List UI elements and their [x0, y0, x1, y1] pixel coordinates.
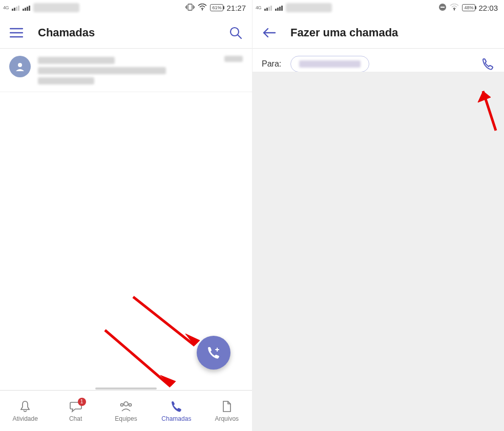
svg-point-11 — [18, 63, 22, 67]
avatar — [9, 56, 31, 77]
svg-marker-18 — [185, 334, 200, 346]
phone-left: 4G 61% 21:27 Chamadas — [0, 0, 252, 431]
nav-chat[interactable]: 1 Chat — [55, 400, 96, 422]
svg-marker-20 — [160, 375, 176, 386]
battery-icon: 61% — [210, 4, 223, 11]
svg-line-10 — [238, 35, 241, 38]
signal-icon — [264, 5, 272, 11]
blur-line — [38, 77, 94, 84]
status-right: 61% 21:27 — [185, 3, 246, 13]
dnd-icon — [438, 3, 447, 13]
call-body — [253, 72, 504, 431]
chip-blur — [299, 60, 361, 68]
svg-line-19 — [105, 330, 171, 386]
blur-line — [38, 57, 115, 64]
blur-time — [224, 56, 243, 62]
signal-icon-2 — [23, 5, 30, 11]
start-call-button[interactable] — [480, 57, 495, 71]
nav-label: Arquivos — [215, 415, 239, 422]
svg-line-17 — [133, 297, 195, 346]
svg-rect-0 — [188, 4, 192, 10]
page-title: Chamadas — [38, 26, 214, 39]
network-label: 4G — [3, 5, 9, 10]
history-text — [38, 56, 243, 84]
menu-button[interactable] — [9, 26, 24, 40]
nav-label: Chamadas — [161, 415, 191, 422]
nav-label: Atividade — [13, 415, 38, 422]
chat-badge: 1 — [78, 398, 86, 406]
para-label: Para: — [262, 59, 281, 69]
nav-arquivos[interactable]: Arquivos — [206, 400, 247, 422]
svg-point-15 — [120, 403, 123, 406]
svg-point-14 — [124, 402, 128, 406]
status-left: 4G — [3, 3, 79, 12]
clock: 22:03 — [478, 4, 498, 12]
wifi-icon — [198, 4, 207, 12]
phone-right: 4G 48% 22:03 Fazer uma chamada Para: — [252, 0, 504, 431]
svg-point-23 — [454, 9, 455, 10]
vibrate-icon — [185, 3, 195, 13]
app-header: Fazer uma chamada — [253, 15, 504, 49]
nav-label: Chat — [69, 415, 82, 422]
status-right: 48% 22:03 — [438, 3, 498, 13]
page-title: Fazer uma chamada — [290, 26, 495, 39]
svg-rect-22 — [440, 7, 445, 8]
nav-label: Equipes — [115, 415, 137, 422]
nav-chamadas[interactable]: Chamadas — [156, 400, 197, 422]
network-label: 4G — [256, 5, 261, 10]
battery-icon: 48% — [462, 4, 475, 11]
blur-line — [38, 67, 166, 74]
svg-point-16 — [129, 403, 131, 406]
nav-atividade[interactable]: Atividade — [5, 400, 46, 422]
status-bar: 4G 48% 22:03 — [253, 0, 504, 15]
nav-equipes[interactable]: Equipes — [106, 400, 146, 422]
signal-icon-2 — [275, 5, 283, 11]
wifi-icon — [450, 4, 459, 12]
svg-point-5 — [202, 9, 203, 10]
status-bar: 4G 61% 21:27 — [0, 0, 252, 15]
search-button[interactable] — [228, 26, 243, 40]
call-history-item[interactable] — [0, 49, 252, 92]
new-call-fab[interactable] — [197, 336, 230, 370]
back-button[interactable] — [262, 26, 276, 40]
status-left: 4G — [256, 3, 332, 12]
clock: 21:27 — [226, 4, 246, 12]
bottom-nav: Atividade 1 Chat Equipes Chamadas Arquiv… — [0, 390, 252, 431]
app-header: Chamadas — [0, 15, 252, 49]
signal-icon — [12, 5, 19, 11]
carrier-blur — [286, 3, 332, 12]
recipient-chip[interactable] — [290, 56, 369, 72]
carrier-blur — [33, 3, 79, 12]
